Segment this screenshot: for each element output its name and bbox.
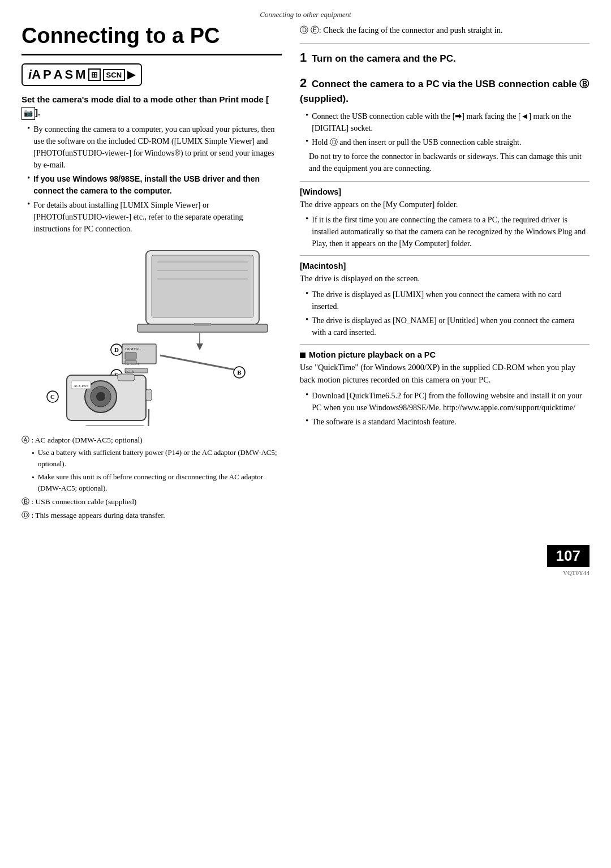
step2-bullet-1: • Connect the USB connection cable with … — [300, 110, 590, 134]
bullet-item-3: • For details about installing [LUMIX Si… — [21, 199, 282, 235]
page-number: 107 — [547, 545, 590, 567]
bullet-item-2: • If you use Windows 98/98SE, install th… — [21, 173, 282, 197]
bullet-text-2: If you use Windows 98/98SE, install the … — [33, 173, 282, 197]
bullet-text-3: For details about installing [LUMIX Simp… — [33, 199, 282, 235]
rule-3 — [300, 255, 590, 256]
motion-bullet-1: • Download [QuickTime6.5.2 for PC] from … — [300, 390, 590, 414]
svg-text:D: D — [114, 346, 119, 353]
svg-text:C: C — [50, 393, 55, 400]
windows-text: The drive appears on the [My Computer] f… — [300, 198, 590, 210]
mode-icons-box: iA P A S M ⊞ SCN ▶ — [21, 63, 142, 86]
page-title: Connecting to a PC — [21, 24, 282, 48]
svg-text:DIGITAL: DIGITAL — [125, 347, 141, 351]
step2-bullet-1-text: Connect the USB connection cable with th… — [312, 110, 590, 134]
bullet-item-1: • By connecting the camera to a computer… — [21, 123, 282, 171]
page-number-area: 107 VQT0Y44 — [547, 545, 590, 576]
svg-rect-28 — [146, 389, 152, 401]
set-mode-text: Set the camera's mode dial to a mode oth… — [21, 93, 282, 120]
caption-d: Ⓓ : This message appears during data tra… — [21, 509, 282, 522]
step-2: 2 Connect the camera to a PC via the USB… — [300, 75, 590, 174]
svg-point-24 — [96, 392, 105, 401]
svg-text:B: B — [237, 369, 242, 376]
mode-arrow: ▶ — [127, 68, 135, 81]
mode-a: A — [54, 67, 63, 82]
vqt-code: VQT0Y44 — [547, 569, 590, 576]
mac-text: The drive is displayed on the screen. — [300, 272, 590, 285]
mac-bullet-1-text: The drive is displayed as [LUMIX] when y… — [312, 289, 590, 312]
mode-p: P — [43, 67, 51, 82]
svg-rect-13 — [125, 360, 136, 364]
caption-a-bullet2: • Make sure this unit is off before conn… — [21, 471, 282, 493]
motion-bullet-2-text: The software is a standard Macintosh fea… — [312, 416, 590, 428]
svg-text:DC IN: DC IN — [125, 370, 135, 373]
mode-ia: iA — [28, 67, 41, 82]
mac-bullet-1: • The drive is displayed as [LUMIX] when… — [300, 289, 590, 312]
step-2-heading-text: Connect the camera to a PC via the USB c… — [300, 79, 589, 104]
motion-section: Motion picture playback on a PC Use "Qui… — [300, 350, 590, 428]
motion-heading-text: Motion picture playback on a PC — [309, 350, 436, 359]
svg-rect-1 — [152, 255, 253, 317]
step2-bullet-3-text: Do not try to force the connector in bac… — [300, 151, 590, 174]
mac-heading: [Macintosh] — [300, 261, 590, 270]
mode-s: S — [65, 67, 74, 82]
mac-bullet-2: • The drive is displayed as [NO_NAME] or… — [300, 315, 590, 338]
caption-a: Ⓐ : AC adaptor (DMW-AC5; optional) — [21, 434, 282, 446]
caption-b: Ⓑ : USB connection cable (supplied) — [21, 496, 282, 508]
mac-bullet-2-text: The drive is displayed as [NO_NAME] or [… — [312, 315, 590, 338]
connection-diagram: D DIGITAL AV OUT DC IN E B — [21, 245, 282, 426]
svg-rect-6 — [194, 323, 211, 326]
mode-m: M — [75, 67, 85, 82]
set-mode-bold: Set the camera's mode dial to a mode oth… — [21, 94, 269, 117]
bullet-text-1: By connecting the camera to a computer, … — [33, 123, 282, 171]
diagram-svg: D DIGITAL AV OUT DC IN E B — [33, 245, 270, 426]
motion-heading: Motion picture playback on a PC — [300, 350, 590, 359]
page-header: Connecting to other equipment — [0, 0, 611, 24]
mode-scn: SCN — [103, 69, 125, 81]
caption-list: Ⓐ : AC adaptor (DMW-AC5; optional) • Use… — [21, 434, 282, 522]
check-connector-text: Ⓓ Ⓔ: Check the facing of the connector a… — [300, 24, 590, 36]
step-2-number: 2 — [300, 76, 307, 90]
left-column: Connecting to a PC iA P A S M ⊞ SCN ▶ Se… — [21, 24, 282, 522]
step-2-heading: 2 Connect the camera to a PC via the USB… — [300, 75, 590, 106]
step2-bullet-2: • Hold Ⓓ and then insert or pull the USB… — [300, 136, 590, 148]
windows-bullet-1-text: If it is the first time you are connecti… — [312, 214, 590, 250]
right-column: Ⓓ Ⓔ: Check the facing of the connector a… — [300, 24, 590, 522]
mode-grid: ⊞ — [88, 68, 101, 81]
windows-section: [Windows] The drive appears on the [My C… — [300, 187, 590, 250]
step-1-heading: 1 Turn on the camera and the PC. — [300, 49, 590, 67]
svg-rect-25 — [118, 374, 135, 381]
macintosh-section: [Macintosh] The drive is displayed on th… — [300, 261, 590, 338]
step-1-number: 1 — [300, 50, 307, 65]
step-1: 1 Turn on the camera and the PC. — [300, 49, 590, 67]
rule-2 — [300, 181, 590, 182]
windows-heading: [Windows] — [300, 187, 590, 196]
motion-bullet-1-text: Download [QuickTime6.5.2 for PC] from th… — [312, 390, 590, 414]
rule-1 — [300, 43, 590, 44]
bottom-row: 107 VQT0Y44 — [0, 545, 611, 585]
motion-text: Use "QuickTime" (for Windows 2000/XP) in… — [300, 361, 590, 386]
motion-bullet-2: • The software is a standard Macintosh f… — [300, 416, 590, 428]
windows-bullet-1: • If it is the first time you are connec… — [300, 214, 590, 250]
breadcrumb-text: Connecting to other equipment — [260, 10, 351, 19]
step2-bullet-3: Do not try to force the connector in bac… — [300, 151, 590, 174]
black-square-icon — [300, 353, 306, 358]
step-1-text: Turn on the camera and the PC. — [312, 53, 456, 64]
title-rule — [21, 54, 282, 55]
svg-line-20 — [160, 355, 234, 369]
step2-bullet-2-text: Hold Ⓓ and then insert or pull the USB c… — [312, 136, 590, 148]
svg-rect-11 — [125, 353, 136, 359]
caption-a-bullet1: • Use a battery with sufficient battery … — [21, 447, 282, 469]
svg-text:ACCESS: ACCESS — [74, 384, 89, 388]
rule-4 — [300, 344, 590, 345]
